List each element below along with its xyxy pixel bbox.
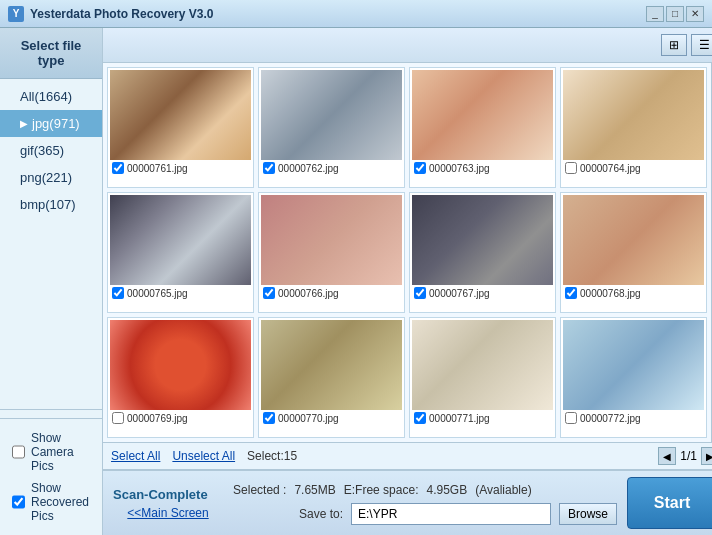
- browse-button[interactable]: Browse: [559, 503, 617, 525]
- image-thumbnail-8: [110, 320, 251, 410]
- toolbar: ⊞ ☰: [103, 28, 712, 63]
- image-cell-8[interactable]: 00000769.jpg: [107, 317, 254, 438]
- image-name-7: 00000768.jpg: [580, 288, 641, 299]
- main-screen-link[interactable]: <<Main Screen: [127, 506, 208, 520]
- select-count-label: Select:15: [247, 449, 297, 463]
- image-label-3: 00000764.jpg: [563, 160, 704, 174]
- image-name-4: 00000765.jpg: [127, 288, 188, 299]
- checkbox-item-0[interactable]: Show Camera Pics: [12, 427, 90, 477]
- image-thumbnail-0: [110, 70, 251, 160]
- image-checkbox-4[interactable]: [112, 287, 124, 299]
- image-cell-4[interactable]: 00000765.jpg: [107, 192, 254, 313]
- image-name-5: 00000766.jpg: [278, 288, 339, 299]
- image-cell-3[interactable]: 00000764.jpg: [560, 67, 707, 188]
- image-thumbnail-4: [110, 195, 251, 285]
- image-grid: 00000761.jpg00000762.jpg00000763.jpg0000…: [103, 63, 711, 442]
- selected-label: Selected :: [233, 483, 286, 497]
- image-label-11: 00000772.jpg: [563, 410, 704, 424]
- image-thumbnail-7: [563, 195, 704, 285]
- image-grid-wrapper: 00000761.jpg00000762.jpg00000763.jpg0000…: [103, 63, 712, 442]
- page-nav: ◀ 1/1 ▶: [658, 447, 712, 465]
- bottom-mid: Selected : 7.65MB E:Free space: 4.95GB (…: [233, 477, 617, 529]
- image-checkbox-3[interactable]: [565, 162, 577, 174]
- available-label: (Avaliable): [475, 483, 531, 497]
- image-label-4: 00000765.jpg: [110, 285, 251, 299]
- save-to-label: Save to:: [233, 507, 343, 521]
- list-view-button[interactable]: ☰: [691, 34, 712, 56]
- select-all-link[interactable]: Select All: [111, 449, 160, 463]
- image-label-10: 00000771.jpg: [412, 410, 553, 424]
- image-name-1: 00000762.jpg: [278, 163, 339, 174]
- app-title: Yesterdata Photo Recovery V3.0: [30, 7, 213, 21]
- image-label-6: 00000767.jpg: [412, 285, 553, 299]
- image-cell-5[interactable]: 00000766.jpg: [258, 192, 405, 313]
- file-type-header: Select file type: [0, 28, 102, 79]
- image-name-0: 00000761.jpg: [127, 163, 188, 174]
- file-type-item-2[interactable]: gif(365): [0, 137, 102, 164]
- minimize-button[interactable]: _: [646, 6, 664, 22]
- image-label-7: 00000768.jpg: [563, 285, 704, 299]
- prev-page-button[interactable]: ◀: [658, 447, 676, 465]
- checkbox-input-1[interactable]: [12, 495, 25, 509]
- image-thumbnail-1: [261, 70, 402, 160]
- image-cell-7[interactable]: 00000768.jpg: [560, 192, 707, 313]
- left-panel: Select file type All(1664)▶ jpg(971)gif(…: [0, 28, 103, 535]
- image-checkbox-0[interactable]: [112, 162, 124, 174]
- image-checkbox-11[interactable]: [565, 412, 577, 424]
- image-cell-1[interactable]: 00000762.jpg: [258, 67, 405, 188]
- image-cell-11[interactable]: 00000772.jpg: [560, 317, 707, 438]
- image-checkbox-1[interactable]: [263, 162, 275, 174]
- save-path-input[interactable]: [351, 503, 551, 525]
- image-name-11: 00000772.jpg: [580, 413, 641, 424]
- image-cell-9[interactable]: 00000770.jpg: [258, 317, 405, 438]
- image-cell-10[interactable]: 00000771.jpg: [409, 317, 556, 438]
- main-container: Select file type All(1664)▶ jpg(971)gif(…: [0, 28, 712, 535]
- next-page-button[interactable]: ▶: [701, 447, 712, 465]
- status-row: Selected : 7.65MB E:Free space: 4.95GB (…: [233, 477, 617, 499]
- checkbox-input-0[interactable]: [12, 445, 25, 459]
- bottom-content: Scan-Complete <<Main Screen Selected : 7…: [113, 477, 712, 529]
- image-label-5: 00000766.jpg: [261, 285, 402, 299]
- image-cell-2[interactable]: 00000763.jpg: [409, 67, 556, 188]
- image-checkbox-8[interactable]: [112, 412, 124, 424]
- image-checkbox-7[interactable]: [565, 287, 577, 299]
- image-cell-0[interactable]: 00000761.jpg: [107, 67, 254, 188]
- image-cell-6[interactable]: 00000767.jpg: [409, 192, 556, 313]
- image-checkbox-5[interactable]: [263, 287, 275, 299]
- scan-status: Scan-Complete: [113, 487, 223, 502]
- restore-button[interactable]: □: [666, 6, 684, 22]
- free-space-value: 4.95GB: [426, 483, 467, 497]
- image-label-9: 00000770.jpg: [261, 410, 402, 424]
- right-panel: ⊞ ☰ 00000761.jpg00000762.jpg00000763.jpg…: [103, 28, 712, 535]
- close-button[interactable]: ✕: [686, 6, 704, 22]
- file-type-list: All(1664)▶ jpg(971)gif(365)png(221)bmp(1…: [0, 79, 102, 401]
- image-thumbnail-2: [412, 70, 553, 160]
- image-name-8: 00000769.jpg: [127, 413, 188, 424]
- image-checkbox-6[interactable]: [414, 287, 426, 299]
- free-space-label: E:Free space:: [344, 483, 419, 497]
- divider: [0, 409, 102, 410]
- start-button[interactable]: Start: [627, 477, 712, 529]
- file-type-item-3[interactable]: png(221): [0, 164, 102, 191]
- unselect-all-link[interactable]: Unselect All: [172, 449, 235, 463]
- file-type-item-4[interactable]: bmp(107): [0, 191, 102, 218]
- grid-view-button[interactable]: ⊞: [661, 34, 687, 56]
- bottom-left: Scan-Complete <<Main Screen: [113, 487, 223, 520]
- image-name-2: 00000763.jpg: [429, 163, 490, 174]
- image-checkbox-9[interactable]: [263, 412, 275, 424]
- image-thumbnail-6: [412, 195, 553, 285]
- file-type-item-1[interactable]: ▶ jpg(971): [0, 110, 102, 137]
- image-name-10: 00000771.jpg: [429, 413, 490, 424]
- image-name-6: 00000767.jpg: [429, 288, 490, 299]
- image-thumbnail-3: [563, 70, 704, 160]
- image-label-2: 00000763.jpg: [412, 160, 553, 174]
- image-checkbox-2[interactable]: [414, 162, 426, 174]
- image-label-1: 00000762.jpg: [261, 160, 402, 174]
- checkbox-item-1[interactable]: Show Recovered Pics: [12, 477, 90, 527]
- image-thumbnail-10: [412, 320, 553, 410]
- file-type-item-0[interactable]: All(1664): [0, 83, 102, 110]
- checkbox-label-0: Show Camera Pics: [31, 431, 90, 473]
- image-checkbox-10[interactable]: [414, 412, 426, 424]
- page-number: 1/1: [680, 449, 697, 463]
- window-controls: _ □ ✕: [646, 6, 704, 22]
